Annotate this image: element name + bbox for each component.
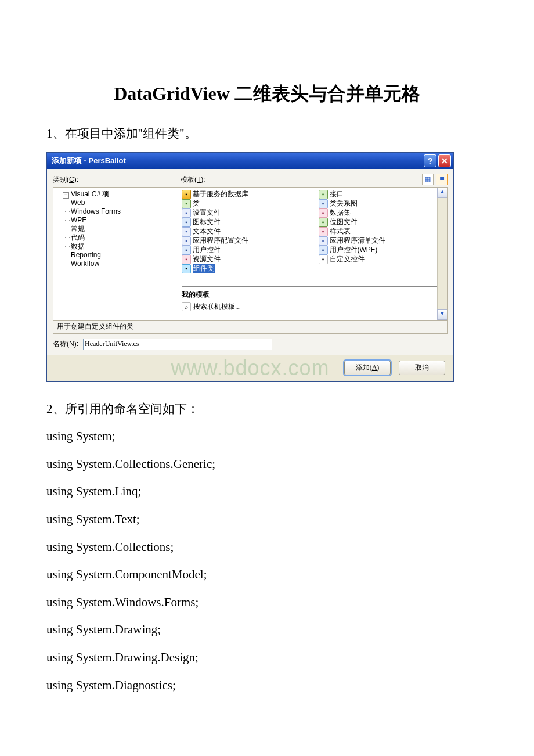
paragraph-2: 2、所引用的命名空间如下： xyxy=(46,399,488,419)
search-online-templates[interactable]: ⌕ 搜索联机模板... xyxy=(178,301,447,313)
code-line: using System.Collections; xyxy=(46,538,488,557)
file-type-icon: ▪ xyxy=(182,255,191,264)
file-type-icon: ▪ xyxy=(182,246,191,255)
code-line: using System.Drawing; xyxy=(46,620,488,640)
file-type-icon: ▪ xyxy=(319,208,328,218)
template-item[interactable]: ▪自定义控件 xyxy=(319,255,444,264)
template-item[interactable]: ▪数据集 xyxy=(319,208,444,218)
category-label: 类别(C): xyxy=(53,174,175,187)
code-line: using System; xyxy=(46,427,488,447)
watermark-text: www.bdocx.com xyxy=(47,356,453,380)
template-scrollbar[interactable]: ▲ ▼ xyxy=(437,188,447,320)
file-type-icon: ▪ xyxy=(182,227,191,236)
file-type-icon: ▪ xyxy=(182,208,191,218)
template-description: 用于创建自定义组件的类 xyxy=(53,320,448,334)
template-item-label: 组件类 xyxy=(193,264,215,273)
code-line: using System.Collections.Generic; xyxy=(46,455,488,474)
file-type-icon: ▪ xyxy=(319,199,328,208)
scroll-up-button[interactable]: ▲ xyxy=(437,188,448,198)
code-line: using System.Diagnostics; xyxy=(46,676,488,696)
template-item[interactable]: ▪资源文件 xyxy=(182,255,307,264)
template-item-label: 用户控件(WPF) xyxy=(330,246,378,254)
category-tree[interactable]: −Visual C# 项 WebWindows FormsWPF常规代码数据Re… xyxy=(53,187,178,321)
template-item[interactable]: ▪接口 xyxy=(319,190,444,199)
template-item[interactable]: ▪样式表 xyxy=(319,227,444,236)
file-type-icon: ▪ xyxy=(182,190,191,199)
code-line: using System.Drawing.Design; xyxy=(46,648,488,668)
help-button[interactable]: ? xyxy=(424,154,436,167)
template-item-label: 类 xyxy=(193,199,200,208)
template-item-label: 位图文件 xyxy=(330,218,358,226)
code-line: using System.Linq; xyxy=(46,482,488,502)
file-type-icon: ▪ xyxy=(182,199,191,208)
template-item[interactable]: ▪文本文件 xyxy=(182,227,307,236)
add-new-item-dialog: 添加新项 - PersBallot ? ✕ 类别(C): 模板(T): ▦ ≣ xyxy=(46,152,454,382)
file-type-icon: ▪ xyxy=(319,255,328,264)
template-label: 模板(T): xyxy=(181,174,416,187)
template-item[interactable]: ▪用户控件 xyxy=(182,246,307,255)
template-item-label: 资源文件 xyxy=(193,255,221,264)
template-list[interactable]: ▪基于服务的数据库▪类▪设置文件▪图标文件▪文本文件▪应用程序配置文件▪用户控件… xyxy=(178,187,448,321)
template-item-label: 自定义控件 xyxy=(330,255,365,264)
view-small-icons-button[interactable]: ≣ xyxy=(436,174,448,185)
file-type-icon: ▪ xyxy=(319,218,328,227)
template-item[interactable]: ▪应用程序清单文件 xyxy=(319,236,444,246)
file-type-icon: ▪ xyxy=(182,236,191,246)
template-item[interactable]: ▪类关系图 xyxy=(319,199,444,208)
template-item[interactable]: ▪组件类 xyxy=(182,264,307,273)
file-type-icon: ▪ xyxy=(182,264,191,273)
name-label: 名称(N): xyxy=(53,339,78,349)
file-type-icon: ▪ xyxy=(182,218,191,227)
template-item-label: 数据集 xyxy=(330,208,351,217)
template-item[interactable]: ▪应用程序配置文件 xyxy=(182,236,307,246)
add-button[interactable]: 添加(A) xyxy=(344,361,391,375)
template-item-label: 文本文件 xyxy=(193,227,221,236)
tree-item[interactable]: Web xyxy=(71,199,176,207)
view-large-icons-button[interactable]: ▦ xyxy=(422,174,434,185)
close-button[interactable]: ✕ xyxy=(438,154,451,167)
tree-item[interactable]: Windows Forms xyxy=(71,207,176,216)
paragraph-1: 1、在项目中添加"组件类"。 xyxy=(46,124,488,144)
tree-root[interactable]: −Visual C# 项 WebWindows FormsWPF常规代码数据Re… xyxy=(63,190,176,268)
tree-item[interactable]: 常规 xyxy=(71,225,176,233)
template-item-label: 应用程序清单文件 xyxy=(330,236,385,245)
code-line: using System.Windows.Forms; xyxy=(46,593,488,613)
template-item-label: 接口 xyxy=(330,190,344,199)
template-item[interactable]: ▪类 xyxy=(182,199,307,208)
tree-item[interactable]: 数据 xyxy=(71,242,176,251)
my-templates-header: 我的模板 xyxy=(178,289,447,301)
collapse-icon[interactable]: − xyxy=(63,192,69,199)
template-item[interactable]: ▪图标文件 xyxy=(182,218,307,227)
template-item[interactable]: ▪基于服务的数据库 xyxy=(182,190,307,199)
code-line: using System.ComponentModel; xyxy=(46,565,488,585)
file-type-icon: ▪ xyxy=(319,190,328,199)
code-line: using System.Text; xyxy=(46,510,488,530)
template-item-label: 图标文件 xyxy=(193,218,221,226)
scroll-down-button[interactable]: ▼ xyxy=(437,309,448,320)
template-item-label: 设置文件 xyxy=(193,208,221,217)
file-type-icon: ▪ xyxy=(319,236,328,246)
cancel-button[interactable]: 取消 xyxy=(399,361,445,375)
template-item-label: 样式表 xyxy=(330,227,351,236)
tree-item[interactable]: Workflow xyxy=(71,260,176,268)
name-input[interactable] xyxy=(83,339,272,350)
tree-item[interactable]: WPF xyxy=(71,216,176,225)
dialog-title: 添加新项 - PersBallot xyxy=(52,156,422,166)
search-icon: ⌕ xyxy=(182,302,191,311)
template-item-label: 应用程序配置文件 xyxy=(193,236,248,245)
template-item[interactable]: ▪位图文件 xyxy=(319,218,444,227)
template-item-label: 基于服务的数据库 xyxy=(193,190,248,199)
tree-item[interactable]: Reporting xyxy=(71,251,176,260)
template-item-label: 用户控件 xyxy=(193,246,221,254)
file-type-icon: ▪ xyxy=(319,246,328,255)
dialog-titlebar: 添加新项 - PersBallot ? ✕ xyxy=(47,153,453,169)
file-type-icon: ▪ xyxy=(319,227,328,236)
tree-item[interactable]: 代码 xyxy=(71,233,176,242)
template-item-label: 类关系图 xyxy=(330,199,358,208)
page-title: DataGridView 二维表头与合并单元格 xyxy=(46,81,488,107)
template-item[interactable]: ▪设置文件 xyxy=(182,208,307,218)
template-item[interactable]: ▪用户控件(WPF) xyxy=(319,246,444,255)
